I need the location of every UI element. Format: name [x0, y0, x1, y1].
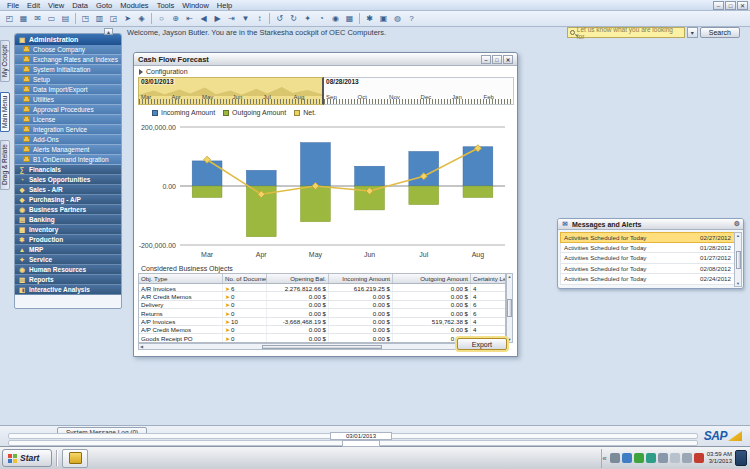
close-icon[interactable]: ✕ [737, 1, 748, 10]
table-vertical-scrollbar[interactable]: ▲ ▼ [506, 273, 513, 343]
scrollbar-thumb[interactable] [262, 345, 382, 349]
scroll-left-icon[interactable]: ◀ [140, 344, 143, 349]
start-button[interactable]: Start [2, 449, 52, 467]
calendar-icon[interactable]: ▦ [343, 12, 356, 25]
documents-icon[interactable]: ▣ [377, 12, 390, 25]
link-arrow-icon[interactable]: ➤ [225, 336, 230, 342]
sidebar-header-administration[interactable]: ▣ Administration [15, 34, 121, 45]
navigate-back-icon[interactable]: ↺ [273, 12, 286, 25]
add-icon[interactable]: ⊕ [169, 12, 182, 25]
volume-icon[interactable] [670, 453, 680, 463]
link-arrow-icon[interactable]: ➤ [225, 327, 230, 333]
table-row[interactable]: A/R Invoices➤62,276,812.66 $616,219.25 $… [139, 284, 506, 292]
scrollbar-thumb[interactable] [736, 251, 741, 269]
table-horizontal-scrollbar[interactable]: ◀ ▶ [138, 343, 506, 350]
sidebar-module-human-resources[interactable]: ◉Human Resources [15, 265, 121, 275]
sidebar-module-inventory[interactable]: ▦Inventory [15, 225, 121, 235]
navigate-forward-icon[interactable]: ↻ [287, 12, 300, 25]
sidebar-item-setup[interactable]: Setup [15, 75, 121, 85]
column-header-obj-type[interactable]: Obj. Type [139, 274, 223, 283]
column-header-opening-bal-[interactable]: Opening Bal. [267, 274, 329, 283]
sidebar-item-license[interactable]: License [15, 115, 121, 125]
link-arrow-icon[interactable]: ➤ [225, 311, 230, 317]
menu-window[interactable]: Window [178, 1, 213, 10]
alert-row[interactable]: Activities Scheduled for Today02/24/2012 [560, 274, 735, 285]
alert-row[interactable]: Activities Scheduled for Today01/27/2012 [560, 253, 735, 264]
sidebar-item-add-ons[interactable]: Add-Ons [15, 135, 121, 145]
scrollbar-thumb[interactable] [507, 299, 512, 317]
help-icon[interactable]: ? [405, 12, 418, 25]
sidebar-module-service[interactable]: ✦Service [15, 255, 121, 265]
unselected-range[interactable]: 08/28/2013 SepOctNovDecJanFeb [324, 77, 514, 105]
sidebar-module-purchasing-a-p[interactable]: ◆Purchasing - A/P [15, 195, 121, 205]
alert-row[interactable]: Activities Scheduled for Today02/08/2012 [560, 264, 735, 275]
export-button[interactable]: Export [457, 338, 507, 350]
alerts-header[interactable]: ✉ Messages and Alerts ⚙ [558, 219, 743, 230]
next-record-icon[interactable]: ▶ [211, 12, 224, 25]
link-arrow-icon[interactable]: ➤ [225, 286, 230, 292]
range-end-date[interactable]: 08/28/2013 [325, 78, 360, 85]
export-excel-icon[interactable]: ▥ [93, 12, 106, 25]
display-icon[interactable] [658, 453, 668, 463]
taskbar-app-button[interactable] [62, 449, 88, 468]
show-desktop-icon[interactable] [735, 450, 747, 466]
print-icon[interactable]: ▦ [17, 12, 30, 25]
antivirus-icon[interactable] [694, 453, 704, 463]
sidebar-module-sales-opportunities[interactable]: ◔Sales Opportunities [15, 175, 121, 185]
sidebar-module-sales-a-r[interactable]: ◆Sales - A/R [15, 185, 121, 195]
sidebar-item-integration-service[interactable]: Integration Service [15, 125, 121, 135]
sidebar-item-exchange-rates-and-indexes[interactable]: Exchange Rates and Indexes [15, 55, 121, 65]
sidebar-module-interactive-analysis[interactable]: ◧Interactive Analysis [15, 285, 121, 295]
link-arrow-icon[interactable]: ➤ [225, 302, 230, 308]
window-restore-icon[interactable]: □ [492, 55, 502, 64]
lock-screen-icon[interactable]: ◈ [135, 12, 148, 25]
sidebar-item-utilities[interactable]: Utilities [15, 95, 121, 105]
sidebar-item-b1-ondemand-integration[interactable]: B1 OnDemand Integration [15, 155, 121, 165]
messenger-icon[interactable] [646, 453, 656, 463]
menu-view[interactable]: View [44, 1, 68, 10]
table-row[interactable]: Goods Receipt PO➤00.00 $0.00 $0.00 $6 [139, 334, 506, 342]
sidebar-scroll-up-icon[interactable]: ▲ [104, 28, 113, 35]
scroll-up-icon[interactable]: ▲ [508, 274, 512, 279]
find-icon[interactable]: ○ [155, 12, 168, 25]
scroll-up-icon[interactable]: ▲ [736, 233, 740, 238]
sidebar-item-data-import-export[interactable]: Data Import/Export [15, 85, 121, 95]
sidebar-item-approval-procedures[interactable]: Approval Procedures [15, 105, 121, 115]
workflow-icon[interactable]: ◉ [329, 12, 342, 25]
taskbar-clock[interactable]: 03:59 AM 3/1/2013 [707, 451, 732, 465]
range-start-date[interactable]: 03/01/2013 [140, 78, 175, 85]
pervasive-analytics-icon[interactable]: ◔ [315, 12, 328, 25]
email-icon[interactable]: ✉ [31, 12, 44, 25]
launch-application-icon[interactable]: ➤ [121, 12, 134, 25]
alert-row[interactable]: Activities Scheduled for Today02/27/2012 [560, 232, 735, 243]
table-row[interactable]: Returns➤00.00 $0.00 $0.00 $6 [139, 309, 506, 317]
menu-goto[interactable]: Goto [92, 1, 116, 10]
tray-collapse-icon[interactable]: « [602, 454, 606, 463]
sidebar-module-production[interactable]: ✱Production [15, 235, 121, 245]
alerts-vertical-scrollbar[interactable]: ▲ ▼ [734, 232, 742, 287]
menu-file[interactable]: File [3, 1, 23, 10]
export-word-icon[interactable]: ◳ [79, 12, 92, 25]
export-pdf-icon[interactable]: ◲ [107, 12, 120, 25]
link-arrow-icon[interactable]: ➤ [225, 319, 230, 325]
table-row[interactable]: Delivery➤00.00 $0.00 $0.00 $6 [139, 301, 506, 309]
search-input[interactable]: Let us know what you are looking for [567, 27, 685, 38]
window-minimize-icon[interactable]: – [481, 55, 491, 64]
column-header-no-of-document[interactable]: No. of Document [223, 274, 267, 283]
printer-icon[interactable] [682, 453, 692, 463]
sidebar-module-banking[interactable]: ▤Banking [15, 215, 121, 225]
scroll-down-icon[interactable]: ▼ [736, 281, 740, 286]
selected-range[interactable]: 03/01/2013 MarAprMayJunJulAug [138, 77, 324, 105]
sidebar-module-mrp[interactable]: ▲MRP [15, 245, 121, 255]
previous-record-icon[interactable]: ◀ [197, 12, 210, 25]
sort-icon[interactable]: ↕ [253, 12, 266, 25]
configuration-toggle[interactable]: Configuration [139, 68, 188, 75]
cash-flow-title-bar[interactable]: Cash Flow Forecast – □ ✕ [134, 53, 517, 66]
side-tab-drag-relate[interactable]: Drag & Relate [0, 140, 10, 190]
search-button[interactable]: Search [700, 27, 740, 38]
link-arrow-icon[interactable]: ➤ [225, 294, 230, 300]
preview-icon[interactable]: ◰ [3, 12, 16, 25]
sidebar-item-alerts-management[interactable]: Alerts Management [15, 145, 121, 155]
menu-edit[interactable]: Edit [23, 1, 44, 10]
settings-icon[interactable]: ✱ [363, 12, 376, 25]
